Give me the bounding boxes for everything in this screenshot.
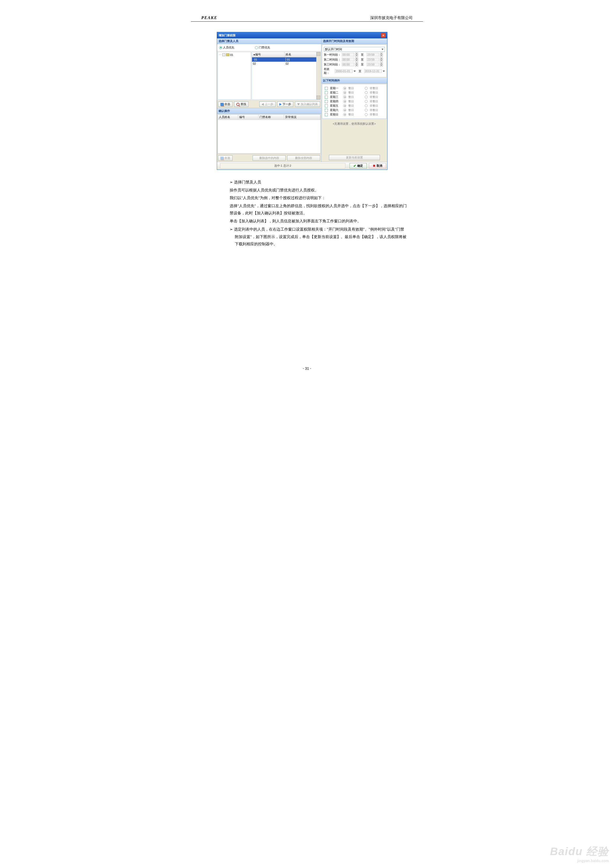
col-id[interactable]: ◄编号 [252,52,284,57]
close-icon[interactable]: ✕ [381,33,385,38]
col-person-name[interactable]: 人员姓名 [218,115,238,119]
checkbox[interactable] [325,100,328,103]
time-to-1[interactable]: 23:59 [367,53,379,56]
time-to-2[interactable]: 23:59 [367,58,379,61]
next-icon [280,103,281,105]
dialog-window: 增加门禁权限 ✕ 选择门禁及人员 人员优先 门禁优先 ⋯-01 [217,32,387,170]
no-general-setting-note: <无通用设置，使用系统默认设置> [322,119,387,128]
para-3: 选择"人员优先"，通过窗口左上角的群信息，找到欲授权的人员并选中，点击【下一步】… [230,202,407,217]
radio-on-icon [219,46,222,49]
page-company: 深圳市披克电子有限公司 [370,16,413,20]
right-section-header: 选择开门时间段及有效期 [322,39,387,44]
list-row[interactable]: 0101 [252,57,320,62]
find-button[interactable]: 查找 [234,102,249,107]
folder-icon [226,53,229,56]
checkbox[interactable] [325,113,328,116]
checkbox[interactable] [325,109,328,112]
exc-wed[interactable]: 星期三整日非整日 [325,95,384,99]
col-exception[interactable]: 异常情况 [284,115,320,119]
exc-fri[interactable]: 星期五整日非整日 [325,104,384,108]
exc-sat[interactable]: 星期六整日非整日 [325,108,384,112]
confirm-header: 确认操作 [217,108,321,114]
prev-icon [262,103,264,105]
exc-thu[interactable]: 星期四整日非整日 [325,99,384,103]
scrollbar[interactable] [316,52,320,99]
delete-selected-button: 删除选中的内容 [253,155,286,161]
time-from-3[interactable]: 00:00 [342,63,354,66]
cancel-button[interactable]: ✖取消 [369,163,386,169]
document-text: 选择门禁及人员 操作员可以根据人员优先或门禁优先进行人员授权。 我们以"人员优先… [191,175,423,248]
date-to[interactable]: 2019-12-31 [364,69,382,73]
para-1: 操作员可以根据人员优先或门禁优先进行人员授权。 [230,186,407,194]
chevron-down-icon [381,49,384,50]
titlebar[interactable]: 增加门禁权限 ✕ [217,32,387,39]
exception-panel: 星期一整日非整日 星期二整日非整日 星期三整日非整日 星期四整日非整日 星期五整… [322,84,387,119]
radio-off-icon [255,46,258,49]
bullet-1: 选择门禁及人员 [230,178,407,186]
select-all-confirm-button: 全选 [218,155,233,161]
checkbox[interactable] [325,104,328,107]
window-title: 增加门禁权限 [219,34,236,37]
copy-icon [221,103,224,106]
select-all-button[interactable]: 全选 [218,102,233,107]
time-segment-1: 第一时间段：00:00▴▾ 至 23:59▴▾ [324,53,385,57]
list-row[interactable]: 0202 [252,62,320,65]
page-number: - 31 - [191,366,423,370]
update-settings-button: 更新当前设置 [329,155,380,160]
exc-mon[interactable]: 星期一整日非整日 [325,86,384,90]
time-from-1[interactable]: 00:00 [342,53,354,56]
list-panel[interactable]: ◄编号 姓名 0101 0202 [252,52,321,100]
para-4: 单击【加入确认列表】，则人员信息被加入到界面左下角工作窗口的列表中。 [230,217,407,225]
confirm-table[interactable]: 人员姓名 编号 门禁名称 异常情况 [218,115,321,153]
para-2: 我们以"人员优先"为例，对整个授权过程进行说明如下： [230,194,407,202]
col-name[interactable]: 姓名 [284,52,320,57]
down-icon [297,103,300,105]
exc-tue[interactable]: 星期二整日非整日 [325,91,384,95]
copy-icon [221,157,224,160]
default-time-select[interactable]: 默认开门时间 [324,47,385,52]
left-section-header: 选择门禁及人员 [217,39,321,44]
next-button[interactable]: 下一步 [277,102,293,107]
valid-period: 有效期：2000-01-01 至 2019-12-31 [324,67,385,75]
add-to-confirm-button: 加入确认列表 [295,102,320,107]
tree-root[interactable]: ⋯-01 [219,53,250,56]
radio-door-first[interactable]: 门禁优先 [255,46,270,50]
bullet-2: 选定列表中的人员，在右边工作窗口设置权限相关项："开门时间段及有效期"、"例外时… [230,226,407,248]
cross-icon: ✖ [373,164,376,168]
time-segment-2: 第二时间段：00:00▴▾ 至 23:59▴▾ [324,57,385,62]
chevron-down-icon [383,71,385,72]
exc-sun[interactable]: 星期日整日非整日 [325,113,384,116]
checkbox[interactable] [325,91,328,94]
page-brand: PEAKE [201,16,217,20]
search-icon [236,103,239,106]
time-segment-3: 第三时间段：00:00▴▾ 至 23:59▴▾ [324,62,385,67]
delete-all-button: 删除全部内容 [287,155,320,161]
check-icon: ✔ [353,164,356,168]
status-bar: 选中:1 总计:2 [220,163,345,169]
radio-person-first[interactable]: 人员优先 [219,46,234,50]
col-door-name[interactable]: 门禁名称 [258,115,284,119]
time-to-3[interactable]: 23:59 [367,63,379,66]
chevron-down-icon [354,71,356,72]
tree-panel[interactable]: ⋯-01 [218,52,251,100]
date-from[interactable]: 2000-01-01 [335,69,352,73]
checkbox[interactable] [325,96,328,99]
ok-button[interactable]: ✔确定 [350,163,367,169]
prev-button: 上一步 [259,102,275,107]
time-from-2[interactable]: 00:00 [342,58,354,61]
exception-header: 以下时间例外 [322,78,387,84]
col-number[interactable]: 编号 [238,115,258,119]
checkbox[interactable] [325,87,328,90]
